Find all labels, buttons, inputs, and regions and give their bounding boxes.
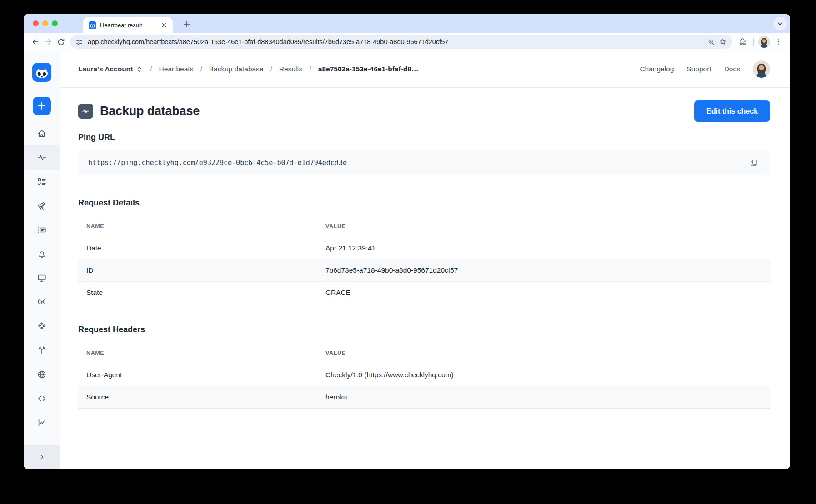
sidebar-item-checks[interactable] (24, 170, 60, 194)
breadcrumb-results[interactable]: Results (279, 65, 303, 73)
sidebar-item-snippets[interactable] (24, 386, 60, 410)
detail-name: Date (78, 237, 317, 259)
broadcast-icon (37, 297, 47, 307)
browser-menu-icon[interactable] (772, 35, 785, 48)
browser-tab[interactable]: Heartbeat result (83, 17, 173, 33)
ping-url-heading: Ping URL (78, 133, 770, 142)
breadcrumb-separator: / (150, 65, 152, 73)
detail-name: State (78, 282, 317, 304)
sidebar-item-broadcasts[interactable] (24, 290, 60, 314)
request-headers-table: NAME VALUE User-Agent Checkly/1.0 (https… (78, 343, 770, 409)
selector-chevrons-icon (135, 65, 143, 73)
table-row: Source heroku (78, 386, 770, 409)
user-avatar[interactable] (753, 60, 770, 78)
heartbeat-check-icon (78, 104, 93, 119)
breadcrumb-heartbeats[interactable]: Heartbeats (159, 65, 194, 73)
ping-url-value: https://ping.checklyhq.com/e93229ce-0bc6… (88, 159, 347, 167)
changelog-link[interactable]: Changelog (640, 65, 674, 73)
header-name: Source (78, 386, 317, 409)
header-value: Checkly/1.0 (https://www.checklyhq.com) (317, 364, 770, 386)
column-header-name: NAME (78, 216, 317, 237)
plus-icon (38, 102, 46, 110)
header-name: User-Agent (78, 364, 317, 386)
detail-name: ID (78, 259, 317, 282)
zoom-window-button[interactable] (52, 20, 58, 26)
column-header-value: VALUE (317, 216, 770, 237)
window-controls (33, 20, 58, 26)
browser-toolbar: app.checklyhq.com/heartbeats/a8e7502a-15… (24, 33, 790, 51)
minimize-window-button[interactable] (42, 20, 48, 26)
detail-value: GRACE (317, 282, 770, 304)
account-name: Laura's Account (78, 65, 133, 73)
copy-ping-url-button[interactable] (747, 156, 760, 169)
heartbeat-pulse-icon (37, 153, 47, 163)
page-title: Backup database (100, 104, 200, 118)
bookmark-star-icon[interactable] (717, 36, 729, 48)
home-icon (37, 129, 47, 139)
breadcrumb-current-result-id: a8e7502a-153e-46e1-bfaf-d8… (318, 65, 419, 73)
docs-link[interactable]: Docs (724, 65, 740, 73)
sidebar-item-heartbeats[interactable] (24, 145, 60, 170)
table-row: ID 7b6d73e5-a718-49b0-a8d0-95671d20cf57 (78, 259, 770, 282)
sidebar-item-maintenance[interactable] (24, 338, 60, 362)
code-icon (37, 394, 47, 404)
create-new-button[interactable] (33, 97, 51, 115)
group-box-icon (37, 225, 47, 235)
new-tab-button[interactable] (180, 17, 194, 31)
browser-profile-avatar[interactable] (758, 36, 770, 48)
main-content: Backup database Edit this check Ping URL… (60, 88, 790, 469)
table-row: User-Agent Checkly/1.0 (https://www.chec… (78, 364, 770, 386)
wrench-icon (37, 345, 47, 355)
back-button[interactable] (29, 35, 42, 48)
breadcrumb-separator: / (270, 65, 272, 73)
telescope-icon (37, 201, 47, 211)
zoom-page-icon[interactable] (705, 36, 717, 48)
column-header-name: NAME (78, 343, 317, 364)
sidebar (24, 51, 60, 469)
tab-strip: Heartbeat result (24, 14, 790, 33)
sidebar-item-integrations[interactable] (24, 314, 60, 338)
detail-value: 7b6d73e5-a718-49b0-a8d0-95671d20cf57 (317, 259, 770, 282)
breadcrumb: Laura's Account / Heartbeats / Backup da… (78, 65, 418, 73)
globe-icon (37, 369, 47, 379)
url-bar[interactable]: app.checklyhq.com/heartbeats/a8e7502a-15… (70, 35, 732, 49)
toolbar-divider (753, 38, 754, 46)
sidebar-item-private-locations[interactable] (24, 362, 60, 386)
monitor-icon (37, 273, 47, 283)
request-headers-heading: Request Headers (78, 325, 770, 334)
sidebar-item-home[interactable] (24, 121, 60, 145)
table-row: Date Apr 21 12:39:41 (78, 237, 770, 259)
header-value: heroku (317, 386, 770, 409)
support-link[interactable]: Support (686, 65, 711, 73)
reload-button[interactable] (55, 35, 67, 48)
request-details-heading: Request Details (78, 198, 770, 208)
edit-check-button[interactable]: Edit this check (694, 100, 770, 122)
ping-url-box: https://ping.checklyhq.com/e93229ce-0bc6… (78, 150, 770, 175)
tab-search-button[interactable] (773, 17, 787, 30)
extensions-icon[interactable] (736, 35, 749, 48)
account-switcher[interactable]: Laura's Account (78, 65, 143, 73)
tab-title: Heartbeat result (100, 22, 160, 29)
sidebar-item-explore[interactable] (24, 194, 60, 218)
copy-icon (749, 158, 759, 168)
sidebar-item-dashboards[interactable] (24, 266, 60, 290)
chevron-right-icon (38, 453, 46, 461)
url-text[interactable]: app.checklyhq.com/heartbeats/a8e7502a-15… (88, 38, 705, 45)
site-settings-icon (75, 38, 83, 46)
browser-window: Heartbeat result app.checklyhq.com (24, 14, 790, 469)
sidebar-item-alerts[interactable] (24, 242, 60, 266)
forward-button[interactable] (42, 35, 55, 48)
close-window-button[interactable] (33, 20, 39, 26)
detail-value: Apr 21 12:39:41 (317, 237, 770, 259)
tab-close-icon[interactable] (160, 21, 168, 29)
checkly-favicon (89, 21, 96, 29)
checklist-icon (37, 177, 47, 187)
checkly-logo[interactable] (32, 63, 51, 82)
breadcrumb-backup-database[interactable]: Backup database (209, 65, 264, 73)
collapse-sidebar-button[interactable] (24, 445, 60, 469)
sidebar-item-check-groups[interactable] (24, 218, 60, 242)
sidebar-item-analytics[interactable] (24, 410, 60, 434)
table-row: State GRACE (78, 282, 770, 304)
breadcrumb-separator: / (200, 65, 202, 73)
diamonds-icon (37, 321, 47, 331)
